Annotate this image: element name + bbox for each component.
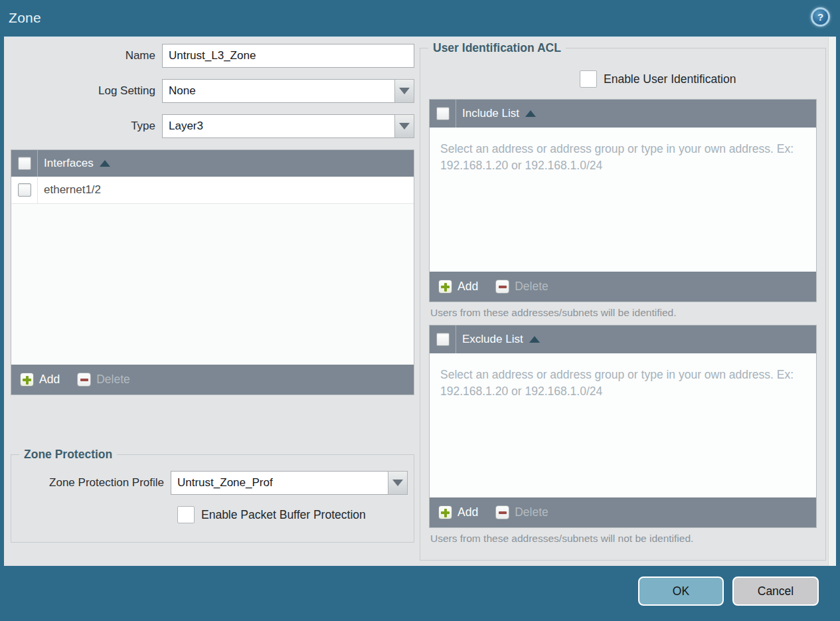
log-setting-label: Log Setting <box>11 84 162 98</box>
include-delete-button[interactable]: Delete <box>495 280 548 294</box>
zone-protection-profile-dropdown-button[interactable] <box>388 471 408 495</box>
minus-icon <box>495 505 509 519</box>
zone-protection-profile-row: Zone Protection Profile Untrust_Zone_Pro… <box>11 471 414 495</box>
log-setting-value[interactable]: None <box>162 79 394 103</box>
interface-row-checkbox[interactable] <box>18 183 31 197</box>
enable-user-identification-label: Enable User Identification <box>604 72 736 86</box>
packet-buffer-protection-label: Enable Packet Buffer Protection <box>201 508 366 522</box>
minus-icon <box>495 280 509 294</box>
exclude-list-table: Exclude List Select an address or addres… <box>429 325 817 528</box>
interfaces-header-label: Interfaces <box>44 157 94 170</box>
exclude-delete-label: Delete <box>515 505 548 519</box>
plus-icon <box>438 280 452 294</box>
chevron-down-icon <box>399 123 410 130</box>
sort-ascending-icon <box>525 110 536 117</box>
zone-protection-profile-value[interactable]: Untrust_Zone_Prof <box>171 471 388 495</box>
log-setting-dropdown[interactable]: None <box>162 79 414 103</box>
interface-row[interactable]: ethernet1/2 <box>11 177 414 204</box>
exclude-delete-button[interactable]: Delete <box>495 505 548 519</box>
exclude-list-column-header[interactable]: Exclude List <box>456 325 540 353</box>
interfaces-table: Interfaces ethernet1/2 Add <box>11 149 414 395</box>
exclude-list-header-label: Exclude List <box>462 333 523 346</box>
help-icon[interactable]: ? <box>811 7 830 27</box>
user-identification-acl-section: User Identification ACL Enable User Iden… <box>420 41 826 561</box>
include-select-all-checkbox[interactable] <box>436 107 450 120</box>
include-add-button[interactable]: Add <box>438 280 478 294</box>
sort-ascending-icon <box>529 336 540 343</box>
enable-user-identification-checkbox[interactable] <box>580 70 597 88</box>
chevron-down-icon <box>392 480 403 486</box>
interfaces-select-all-cell <box>11 150 38 177</box>
enable-user-identification-row: Enable User Identification <box>580 70 825 88</box>
include-list-header-label: Include List <box>462 107 519 120</box>
include-list-placeholder: Select an address or address group or ty… <box>430 128 816 272</box>
exclude-add-button[interactable]: Add <box>438 505 478 519</box>
sort-ascending-icon <box>100 160 110 167</box>
type-dropdown-button[interactable] <box>394 114 414 138</box>
interfaces-add-button[interactable]: Add <box>20 373 60 387</box>
name-input[interactable] <box>162 44 414 68</box>
name-row: Name <box>11 44 414 68</box>
include-list-caption: Users from these addresses/subnets will … <box>430 307 825 319</box>
interfaces-empty-area <box>11 204 414 365</box>
include-list-table: Include List Select an address or addres… <box>429 99 817 302</box>
type-dropdown[interactable]: Layer3 <box>162 114 414 138</box>
minus-icon <box>77 373 91 387</box>
packet-buffer-protection-checkbox[interactable] <box>177 506 195 523</box>
include-list-actions-bar: Add Delete <box>430 272 816 302</box>
interfaces-actions-bar: Add Delete <box>11 365 414 395</box>
exclude-list-caption: Users from these addresses/subnets will … <box>430 533 825 545</box>
ok-button[interactable]: OK <box>638 577 724 606</box>
include-delete-label: Delete <box>515 280 548 294</box>
interfaces-select-all-checkbox[interactable] <box>18 157 31 170</box>
exclude-select-all-cell <box>430 325 456 353</box>
zone-protection-section: Zone Protection Zone Protection Profile … <box>11 448 414 543</box>
exclude-add-label: Add <box>458 505 478 519</box>
cancel-button[interactable]: Cancel <box>732 577 819 606</box>
name-label: Name <box>11 49 162 62</box>
exclude-list-actions-bar: Add Delete <box>430 497 816 527</box>
zone-dialog: Zone ? Name Log Setting None Type <box>0 0 840 621</box>
type-label: Type <box>11 120 162 133</box>
interface-row-check-cell <box>11 177 38 203</box>
packet-buffer-protection-row: Enable Packet Buffer Protection <box>177 506 414 523</box>
dialog-titlebar: Zone ? <box>0 0 840 37</box>
chevron-down-icon <box>399 88 410 94</box>
include-select-all-cell <box>430 100 456 128</box>
left-pane: Name Log Setting None Type Layer3 <box>11 44 414 395</box>
include-list-column-header[interactable]: Include List <box>456 100 536 128</box>
log-setting-dropdown-button[interactable] <box>394 79 414 103</box>
interfaces-column-header[interactable]: Interfaces <box>38 150 110 177</box>
interfaces-delete-button[interactable]: Delete <box>77 373 130 387</box>
zone-protection-profile-dropdown[interactable]: Untrust_Zone_Prof <box>171 471 408 495</box>
zone-protection-profile-label: Zone Protection Profile <box>11 476 171 489</box>
scrollbar-gutter[interactable] <box>828 37 836 566</box>
delete-button-label: Delete <box>96 373 130 387</box>
exclude-select-all-checkbox[interactable] <box>436 333 450 346</box>
dialog-title: Zone <box>9 10 41 26</box>
type-value[interactable]: Layer3 <box>162 114 394 138</box>
dialog-content: Name Log Setting None Type Layer3 <box>4 37 836 566</box>
user-identification-acl-legend: User Identification ACL <box>428 41 566 55</box>
include-add-label: Add <box>458 280 478 294</box>
log-setting-row: Log Setting None <box>11 79 414 103</box>
zone-protection-legend: Zone Protection <box>19 448 117 462</box>
interface-name: ethernet1/2 <box>38 177 101 203</box>
interfaces-table-header[interactable]: Interfaces <box>11 150 414 177</box>
exclude-list-placeholder: Select an address or address group or ty… <box>430 353 816 497</box>
exclude-list-header[interactable]: Exclude List <box>430 325 816 353</box>
add-button-label: Add <box>39 373 60 387</box>
plus-icon <box>20 373 34 387</box>
plus-icon <box>438 505 452 519</box>
type-row: Type Layer3 <box>11 114 414 138</box>
include-list-header[interactable]: Include List <box>430 100 816 128</box>
